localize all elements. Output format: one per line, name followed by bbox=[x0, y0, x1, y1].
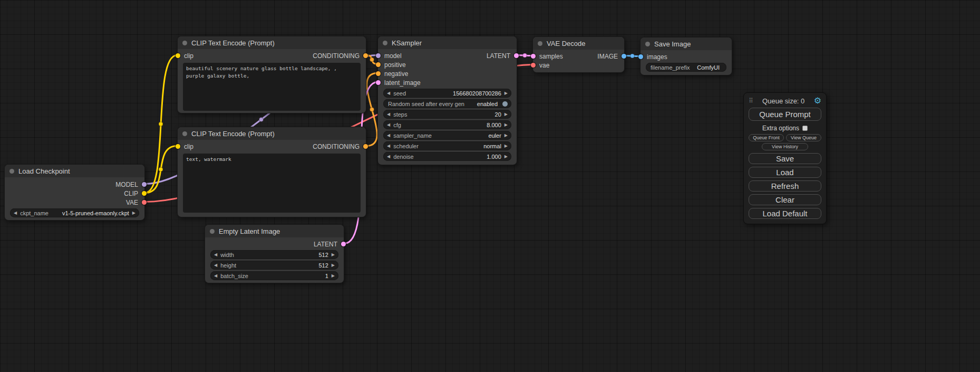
cfg-widget[interactable]: ◀ cfg 8.000 ▶ bbox=[383, 120, 511, 129]
increment-arrow-icon[interactable]: ▶ bbox=[332, 273, 335, 278]
node-title-bar[interactable]: Save Image bbox=[641, 37, 732, 50]
clip-input-dot[interactable] bbox=[176, 53, 180, 58]
latent-output-dot[interactable] bbox=[341, 242, 346, 246]
node-save-image[interactable]: Save Image images filename_prefix ComfyU… bbox=[640, 37, 732, 75]
increment-arrow-icon[interactable]: ▶ bbox=[504, 112, 508, 117]
drag-handle-icon[interactable]: ⠿ bbox=[749, 97, 753, 104]
collapse-dot-icon[interactable] bbox=[182, 131, 187, 136]
collapse-dot-icon[interactable] bbox=[9, 169, 14, 174]
model-output-dot[interactable] bbox=[142, 182, 147, 187]
decrement-arrow-icon[interactable]: ◀ bbox=[214, 273, 217, 278]
denoise-widget[interactable]: ◀ denoise 1.000 ▶ bbox=[383, 152, 511, 161]
decrement-arrow-icon[interactable]: ◀ bbox=[214, 263, 217, 268]
slot-label-clip: clip bbox=[184, 52, 193, 60]
prompt-textarea[interactable]: beautiful scenery nature glass bottle la… bbox=[183, 63, 361, 111]
node-title-bar[interactable]: CLIP Text Encode (Prompt) bbox=[178, 127, 366, 140]
samples-input-dot[interactable] bbox=[531, 54, 536, 59]
filename-prefix-widget[interactable]: filename_prefix ComfyUI bbox=[646, 63, 726, 72]
increment-arrow-icon[interactable]: ▶ bbox=[504, 122, 508, 127]
node-load-checkpoint[interactable]: Load Checkpoint MODEL CLIP VAE ◀ ckpt_na… bbox=[4, 164, 145, 221]
node-title-label: CLIP Text Encode (Prompt) bbox=[191, 130, 275, 138]
slot-label-conditioning: CONDITIONING bbox=[313, 143, 360, 150]
node-ksampler[interactable]: KSampler model LATENT positive negative … bbox=[377, 36, 517, 165]
widget-value: 512 bbox=[318, 252, 328, 258]
node-title-bar[interactable]: Load Checkpoint bbox=[5, 165, 144, 177]
positive-input-dot[interactable] bbox=[376, 62, 381, 67]
prompt-textarea[interactable]: text, watermark bbox=[183, 154, 361, 213]
collapse-dot-icon[interactable] bbox=[210, 229, 215, 234]
input-slot-positive: positive bbox=[378, 60, 517, 69]
node-empty-latent-image[interactable]: Empty Latent Image LATENT ◀ width 512 ▶ … bbox=[205, 224, 344, 283]
steps-widget[interactable]: ◀ steps 20 ▶ bbox=[383, 110, 511, 119]
decrement-arrow-icon[interactable]: ◀ bbox=[387, 154, 390, 159]
view-history-button[interactable]: View History bbox=[762, 143, 808, 150]
images-input-dot[interactable] bbox=[638, 54, 643, 59]
increment-arrow-icon[interactable]: ▶ bbox=[132, 211, 135, 215]
node-title-bar[interactable]: VAE Decode bbox=[533, 37, 624, 50]
widget-label: filename_prefix bbox=[651, 64, 690, 71]
refresh-button[interactable]: Refresh bbox=[749, 180, 821, 192]
settings-gear-icon[interactable]: ⚙ bbox=[814, 97, 821, 105]
increment-arrow-icon[interactable]: ▶ bbox=[332, 252, 335, 257]
increment-arrow-icon[interactable]: ▶ bbox=[504, 133, 508, 138]
view-queue-button[interactable]: View Queue bbox=[786, 134, 821, 141]
latent-image-input-dot[interactable] bbox=[376, 80, 381, 85]
clear-button[interactable]: Clear bbox=[749, 194, 821, 205]
batch-size-widget[interactable]: ◀ batch_size 1 ▶ bbox=[210, 271, 338, 280]
collapse-dot-icon[interactable] bbox=[182, 41, 187, 45]
clip-output-dot[interactable] bbox=[142, 191, 147, 196]
ckpt-name-widget[interactable]: ◀ ckpt_name v1-5-pruned-emaonly.ckpt ▶ bbox=[10, 208, 139, 217]
conditioning-output-dot[interactable] bbox=[363, 144, 368, 149]
load-button[interactable]: Load bbox=[749, 167, 821, 178]
decrement-arrow-icon[interactable]: ◀ bbox=[387, 91, 390, 96]
clip-input-dot[interactable] bbox=[176, 144, 180, 149]
node-title-bar[interactable]: KSampler bbox=[378, 36, 517, 49]
negative-input-dot[interactable] bbox=[376, 71, 381, 76]
sampler-name-widget[interactable]: ◀ sampler_name euler ▶ bbox=[383, 131, 511, 140]
decrement-arrow-icon[interactable]: ◀ bbox=[387, 133, 390, 138]
node-vae-decode[interactable]: VAE Decode samples IMAGE vae bbox=[532, 36, 625, 73]
decrement-arrow-icon[interactable]: ◀ bbox=[214, 252, 217, 257]
collapse-dot-icon[interactable] bbox=[538, 41, 542, 46]
toggle-dot[interactable] bbox=[502, 101, 508, 107]
random-seed-toggle-widget[interactable]: Random seed after every gen enabled bbox=[383, 99, 511, 108]
image-output-dot[interactable] bbox=[622, 54, 626, 59]
increment-arrow-icon[interactable]: ▶ bbox=[332, 263, 335, 268]
decrement-arrow-icon[interactable]: ◀ bbox=[14, 211, 17, 215]
increment-arrow-icon[interactable]: ▶ bbox=[504, 91, 508, 96]
queue-front-button[interactable]: Queue Front bbox=[749, 134, 784, 141]
decrement-arrow-icon[interactable]: ◀ bbox=[387, 112, 390, 117]
slot-label: VAE bbox=[126, 199, 138, 206]
link-midpoint-dot bbox=[159, 167, 163, 171]
widget-value: ComfyUI bbox=[697, 64, 720, 71]
vae-input-dot[interactable] bbox=[531, 63, 536, 68]
decrement-arrow-icon[interactable]: ◀ bbox=[387, 122, 390, 127]
conditioning-output-dot[interactable] bbox=[363, 53, 368, 58]
latent-output-dot[interactable] bbox=[514, 53, 519, 58]
increment-arrow-icon[interactable]: ▶ bbox=[504, 144, 508, 148]
queue-prompt-button[interactable]: Queue Prompt bbox=[749, 108, 821, 121]
decrement-arrow-icon[interactable]: ◀ bbox=[387, 144, 390, 148]
slot-row: model LATENT bbox=[378, 51, 517, 60]
increment-arrow-icon[interactable]: ▶ bbox=[504, 154, 508, 159]
output-slot-model: MODEL bbox=[5, 180, 144, 189]
extra-options-checkbox[interactable] bbox=[802, 126, 808, 131]
node-clip-text-encode-negative[interactable]: CLIP Text Encode (Prompt) clip CONDITION… bbox=[177, 127, 366, 217]
node-title-bar[interactable]: Empty Latent Image bbox=[205, 225, 344, 237]
width-widget[interactable]: ◀ width 512 ▶ bbox=[210, 250, 338, 259]
output-slot-latent: LATENT bbox=[205, 240, 344, 249]
vae-output-dot[interactable] bbox=[142, 200, 147, 205]
node-title-bar[interactable]: CLIP Text Encode (Prompt) bbox=[178, 36, 366, 49]
load-default-button[interactable]: Load Default bbox=[749, 208, 821, 219]
seed-widget[interactable]: ◀ seed 156680208700286 ▶ bbox=[383, 89, 511, 98]
height-widget[interactable]: ◀ height 512 ▶ bbox=[210, 261, 338, 270]
collapse-dot-icon[interactable] bbox=[383, 41, 387, 45]
collapse-dot-icon[interactable] bbox=[645, 42, 650, 46]
model-input-dot[interactable] bbox=[376, 53, 381, 58]
widget-label: scheduler bbox=[393, 143, 419, 149]
node-clip-text-encode-positive[interactable]: CLIP Text Encode (Prompt) clip CONDITION… bbox=[177, 36, 366, 113]
widget-label: Random seed after every gen bbox=[388, 101, 464, 107]
widget-label: width bbox=[220, 252, 234, 258]
save-button[interactable]: Save bbox=[749, 153, 821, 164]
scheduler-widget[interactable]: ◀ scheduler normal ▶ bbox=[383, 141, 511, 150]
